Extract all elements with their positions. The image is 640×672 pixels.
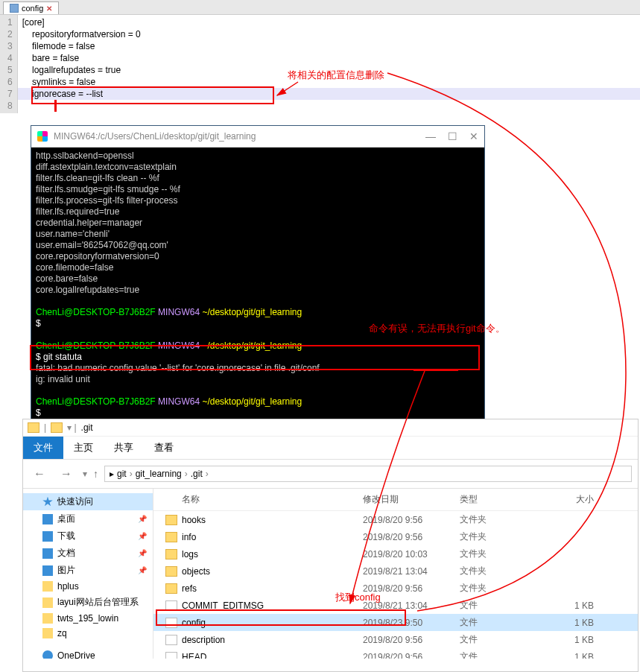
sidebar-label: twts_195_lowin	[57, 613, 118, 624]
sidebar-label: zq	[57, 628, 67, 638]
ribbon-tab-file[interactable]: 文件	[23, 437, 63, 459]
file-row[interactable]: hooks2019/8/20 9:56文件夹	[153, 511, 638, 528]
code-line[interactable]: symlinks = false	[18, 76, 640, 88]
terminal-body[interactable]: http.sslbackend=openssldiff.astextplain.…	[31, 148, 484, 422]
dl-icon	[42, 531, 53, 542]
code-line[interactable]: filemode = false	[18, 40, 640, 52]
pin-icon: 📌	[138, 532, 147, 540]
sidebar-item[interactable]: hplus	[23, 579, 153, 594]
file-row[interactable]: logs2019/8/20 10:03文件夹	[153, 545, 638, 562]
file-type: 文件	[460, 599, 534, 612]
sidebar-item[interactable]: 桌面📌	[23, 510, 153, 527]
col-date[interactable]: 修改日期	[363, 493, 460, 506]
sidebar-item[interactable]: 快速访问	[23, 493, 153, 510]
code-line[interactable]: [core]	[18, 16, 640, 28]
address-bar[interactable]: ▸git › git_learning › .git ›	[104, 466, 632, 482]
file-date: 2019/8/20 9:56	[363, 515, 460, 525]
maximize-button[interactable]: ☐	[448, 130, 457, 142]
sidebar-item[interactable]: 文档📌	[23, 545, 153, 562]
col-type[interactable]: 类型	[460, 493, 534, 506]
file-icon	[165, 618, 177, 628]
nav-forward-button[interactable]: →	[56, 467, 77, 481]
explorer-titlebar[interactable]: | ▾ | .git	[23, 419, 638, 437]
file-name: HEAD	[182, 652, 206, 659]
sidebar: 快速访问桌面📌下载📌文档📌图片📌hpluslayui网站后台管理系twts_19…	[23, 489, 153, 659]
sidebar-label: 快速访问	[57, 495, 93, 508]
file-row[interactable]: info2019/8/20 9:56文件夹	[153, 528, 638, 545]
file-type: 文件夹	[460, 548, 534, 560]
nav-up-button[interactable]: ↑	[93, 468, 98, 480]
sidebar-label: 文档	[57, 547, 75, 560]
sidebar-item[interactable]: OneDrive	[23, 648, 153, 659]
star-icon	[42, 497, 53, 507]
code-line[interactable]: logallrefupdates = true	[18, 64, 640, 76]
fold-icon	[42, 597, 53, 608]
sidebar-label: OneDrive	[57, 650, 95, 659]
file-row[interactable]: description2019/8/20 9:56文件1 KB	[153, 631, 638, 648]
code-editor[interactable]: 12345678 [core] repositoryformatversion …	[0, 15, 640, 113]
close-button[interactable]: ✕	[469, 130, 478, 142]
sidebar-label: 图片	[57, 564, 75, 577]
column-headers[interactable]: 名称 修改日期 类型 大小	[153, 489, 638, 511]
sidebar-label: layui网站后台管理系	[57, 596, 139, 609]
nav-bar: ← → ▾ ↑ ▸git › git_learning › .git ›	[23, 460, 638, 489]
folder-icon	[51, 422, 63, 433]
terminal-window: MINGW64:/c/Users/ChenLi/desktop/git/git_…	[31, 125, 485, 422]
breadcrumb-item[interactable]: .git	[191, 469, 203, 479]
nav-back-button[interactable]: ←	[29, 467, 50, 481]
desk-icon	[42, 514, 53, 524]
file-size: 1 KB	[534, 618, 594, 628]
editor-tab-config[interactable]: config ✕	[3, 1, 59, 14]
sidebar-item[interactable]: twts_195_lowin	[23, 611, 153, 626]
cloud-icon	[42, 650, 53, 659]
code-line[interactable]: repositoryformatversion = 0	[18, 28, 640, 40]
ribbon-tab-home[interactable]: 主页	[63, 437, 104, 459]
file-icon	[165, 600, 177, 611]
file-row[interactable]: objects2019/8/21 13:04文件夹	[153, 562, 638, 580]
col-size[interactable]: 大小	[534, 493, 594, 506]
file-icon	[165, 635, 177, 645]
col-name[interactable]: 名称	[182, 494, 200, 504]
file-type: 文件	[460, 633, 534, 646]
file-size: 1 KB	[534, 652, 594, 659]
file-name: objects	[182, 566, 210, 577]
file-explorer: | ▾ | .git 文件 主页 共享 查看 ← → ▾ ↑ ▸git › gi…	[22, 419, 639, 672]
folder-icon	[28, 422, 39, 433]
file-type: 文件	[460, 650, 534, 659]
edit-cursor-marker	[54, 100, 57, 112]
code-content[interactable]: [core] repositoryformatversion = 0 filem…	[18, 15, 640, 113]
sidebar-item[interactable]: layui网站后台管理系	[23, 594, 153, 611]
file-date: 2019/8/20 9:56	[363, 635, 460, 645]
ribbon-tab-view[interactable]: 查看	[144, 437, 184, 459]
editor-tab-bar: config ✕	[0, 0, 640, 15]
breadcrumb-item[interactable]: git	[117, 469, 127, 479]
file-type: 文件夹	[460, 530, 534, 543]
sidebar-item[interactable]: zq	[23, 626, 153, 641]
sidebar-item[interactable]: 图片📌	[23, 562, 153, 579]
folder-icon	[165, 583, 177, 594]
terminal-titlebar[interactable]: MINGW64:/c/Users/ChenLi/desktop/git/git_…	[31, 126, 484, 148]
minimize-button[interactable]: —	[425, 130, 436, 142]
file-row[interactable]: HEAD2019/8/20 9:56文件1 KB	[153, 648, 638, 659]
mingw-icon	[37, 131, 48, 142]
breadcrumb-item[interactable]: git_learning	[136, 469, 182, 479]
explorer-title: .git	[81, 422, 93, 433]
line-number-gutter: 12345678	[0, 15, 18, 113]
code-line[interactable]	[18, 100, 640, 112]
ribbon-tab-share[interactable]: 共享	[104, 437, 144, 459]
tab-label: config	[22, 4, 43, 13]
pin-icon: 📌	[138, 515, 147, 523]
close-icon[interactable]: ✕	[46, 4, 52, 13]
code-line[interactable]: bare = false	[18, 52, 640, 64]
sidebar-item[interactable]: 下载📌	[23, 527, 153, 545]
file-row[interactable]: refs2019/8/20 9:56文件夹	[153, 580, 638, 597]
file-name: description	[182, 635, 225, 645]
pic-icon	[42, 565, 53, 576]
code-line[interactable]: ignorecase = --list	[18, 88, 640, 100]
sidebar-label: hplus	[57, 581, 79, 592]
fold-icon	[42, 613, 53, 624]
file-type: 文件夹	[460, 582, 534, 595]
file-row[interactable]: config2019/8/23 9:50文件1 KB	[153, 614, 638, 631]
file-date: 2019/8/21 13:04	[363, 600, 460, 611]
file-row[interactable]: COMMIT_EDITMSG2019/8/21 13:04文件1 KB	[153, 597, 638, 614]
